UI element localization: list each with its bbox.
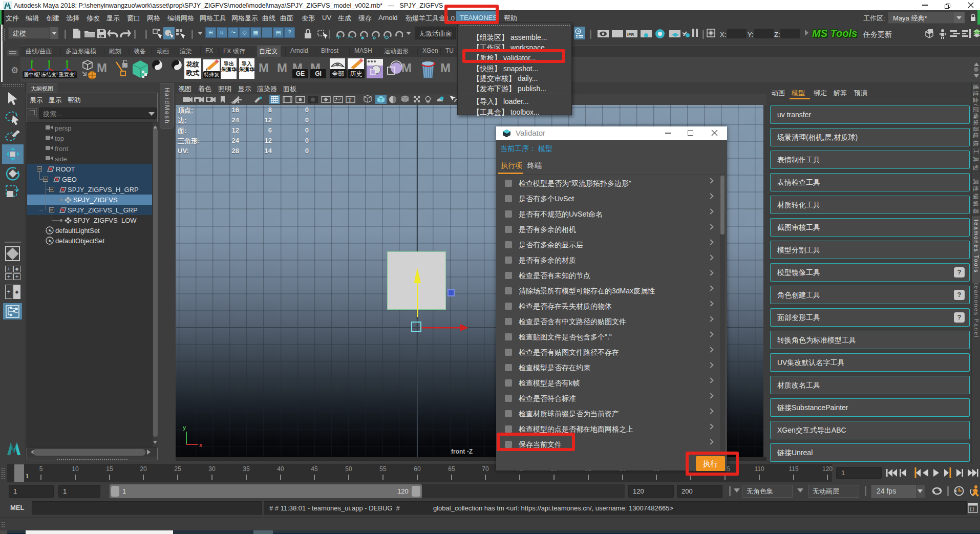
svg-text:T: T [348,97,352,103]
svg-text:IPR: IPR [627,32,634,37]
svg-text:{;}: {;} [970,506,974,511]
